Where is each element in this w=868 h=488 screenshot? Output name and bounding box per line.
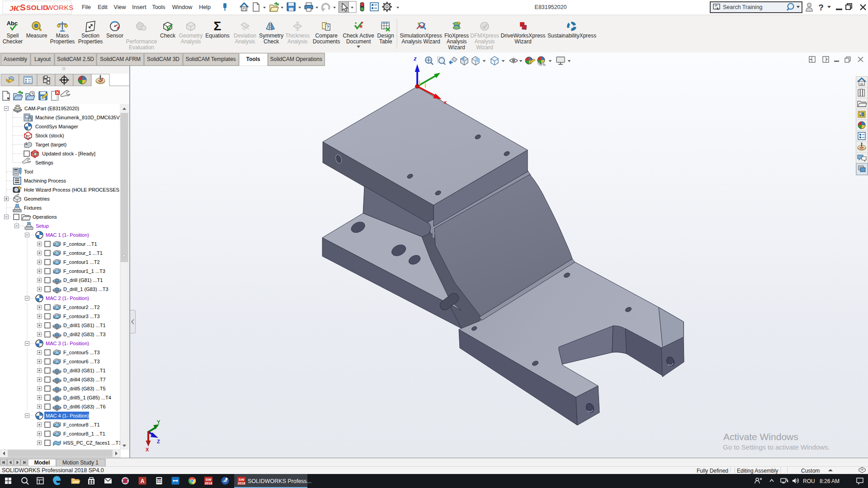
svg-text:Thickness: Thickness [285, 33, 310, 39]
svg-text:ROU: ROU [803, 478, 815, 484]
svg-text:FloXpress: FloXpress [444, 33, 469, 39]
svg-text:Analysis Wizard: Analysis Wizard [401, 38, 440, 45]
svg-text:Compare: Compare [315, 33, 338, 39]
svg-text:?: ? [326, 25, 329, 30]
svg-text:Documents: Documents [313, 38, 340, 45]
svg-text:SolidCAM Operations: SolidCAM Operations [270, 56, 322, 62]
svg-text:Σ: Σ [214, 19, 222, 33]
svg-text:8:26 AM: 8:26 AM [820, 478, 840, 484]
svg-text:DriveWorksXpress: DriveWorksXpress [500, 33, 545, 39]
svg-text:View: View [114, 4, 127, 10]
svg-text:SOLIDWORKS Profess...: SOLIDWORKS Profess... [248, 478, 311, 484]
svg-text:SolidCAM 2.5D: SolidCAM 2.5D [57, 56, 94, 62]
svg-text:Document: Document [346, 38, 371, 45]
svg-text:Wizard: Wizard [514, 38, 531, 45]
svg-text:Check: Check [264, 38, 279, 45]
svg-text:X: X [146, 447, 149, 452]
svg-text:ж: ж [9, 1, 20, 13]
svg-text:Performance: Performance [126, 38, 157, 45]
svg-text:Analysis: Analysis [235, 38, 255, 45]
svg-text:Assembly: Assembly [4, 56, 27, 62]
svg-text:z: z [413, 55, 417, 62]
svg-text:Z: Z [157, 439, 160, 444]
svg-text:A: A [141, 478, 145, 484]
svg-text:Deviation: Deviation [234, 33, 256, 39]
svg-text:Y: Y [157, 419, 160, 425]
svg-text:Equations: Equations [205, 33, 229, 39]
svg-text:Measure: Measure [26, 33, 47, 39]
svg-text:Layout: Layout [34, 56, 51, 62]
svg-text:Insert: Insert [132, 4, 146, 10]
svg-text:Help: Help [199, 4, 211, 10]
svg-text:Check Active: Check Active [343, 33, 374, 39]
svg-text:File: File [82, 4, 91, 10]
svg-text:Analysis: Analysis [475, 38, 495, 45]
svg-text:S: S [20, 3, 26, 12]
svg-text:Wizard: Wizard [448, 44, 465, 51]
svg-text:SolidCAM AFRM: SolidCAM AFRM [100, 56, 141, 62]
svg-text:Spell: Spell [7, 33, 19, 39]
svg-text:SOLID: SOLID [26, 4, 48, 11]
svg-text:x: x [443, 99, 447, 105]
svg-text:2018: 2018 [205, 481, 212, 485]
svg-text:Analysis: Analysis [181, 38, 201, 45]
svg-text:Check: Check [160, 33, 176, 39]
svg-text:Properties: Properties [78, 38, 103, 45]
svg-text:Design: Design [377, 33, 394, 39]
svg-text:Motion Study 1: Motion Study 1 [62, 460, 99, 466]
svg-text:Table: Table [379, 38, 392, 45]
svg-text:Mass: Mass [56, 33, 69, 39]
svg-text:SimulationXpress: SimulationXpress [400, 33, 442, 39]
svg-text:Symmetry: Symmetry [259, 33, 283, 39]
svg-text:SolidCAM 3D: SolidCAM 3D [147, 56, 179, 62]
svg-text:Sensor: Sensor [106, 33, 123, 39]
svg-text:?: ? [818, 3, 824, 12]
svg-text:2018: 2018 [238, 481, 245, 485]
svg-text:Geometry: Geometry [179, 33, 203, 39]
svg-text:Analysis: Analysis [288, 38, 308, 45]
svg-text:Properties: Properties [50, 38, 75, 45]
svg-text:Section: Section [81, 33, 99, 39]
svg-text:Edit: Edit [98, 4, 108, 10]
svg-text:WORKS: WORKS [47, 4, 74, 11]
svg-text:SustainabilityXpress: SustainabilityXpress [547, 33, 596, 39]
svg-text:Search Training: Search Training [723, 4, 763, 10]
svg-text:Checker: Checker [3, 38, 23, 45]
svg-text:Tools: Tools [152, 4, 165, 10]
svg-text:Wizard: Wizard [476, 44, 493, 51]
svg-text:Tools: Tools [246, 56, 260, 62]
svg-text:SolidCAM Templates: SolidCAM Templates [185, 56, 236, 62]
svg-text:DFMXpress: DFMXpress [470, 33, 499, 39]
svg-text:Model: Model [34, 460, 50, 466]
svg-text:Analysis: Analysis [447, 38, 467, 45]
svg-text:Evaluation: Evaluation [129, 44, 154, 51]
svg-text:Window: Window [172, 4, 193, 10]
svg-text:E831952020: E831952020 [535, 4, 567, 10]
